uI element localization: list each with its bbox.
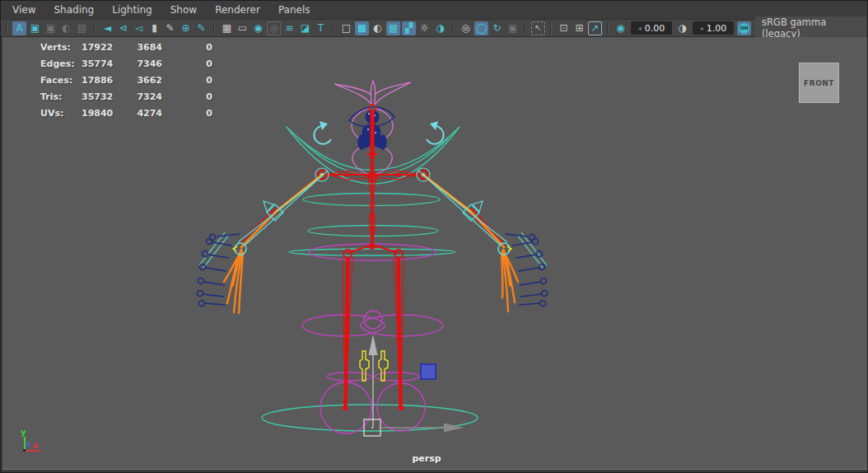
bookmark-icon[interactable]: ▮ [147, 21, 161, 35]
hud-row-value: 4274 [109, 108, 162, 119]
safe-action-icon[interactable]: ◪ [298, 21, 312, 35]
field-chart-icon[interactable]: ≡ [282, 21, 296, 35]
motion-blur-icon[interactable]: ◯ [474, 21, 488, 35]
finger-controls-right[interactable] [505, 234, 548, 307]
hud-row: Tris:3573273240 [40, 88, 212, 105]
ambient-occlusion-icon[interactable]: ◎ [459, 21, 473, 35]
toolbar-separator [607, 22, 609, 35]
color-management-on-toggle[interactable]: ON [737, 21, 751, 35]
hud-row: Edges:3577473460 [40, 55, 212, 72]
front-image-plane[interactable]: FRONT [799, 63, 839, 103]
hud-row-value: 3662 [109, 75, 162, 86]
camera-label: persp [402, 453, 451, 464]
wireframe-icon[interactable]: □ [339, 21, 353, 35]
isolate-add-icon[interactable]: ⊞ [572, 21, 586, 35]
textured-icon[interactable]: ▩ [386, 21, 400, 35]
plane-arrow-icon[interactable]: ↗ [588, 21, 602, 35]
grid-icon[interactable]: ▦ [220, 21, 234, 35]
gamma-field[interactable]: 1.00 [693, 21, 734, 35]
toolbar-groups: A▣▣◐▤◄⊲◅▮✎⊕✎▦▭◉◎≡◪T□■◐▩▞☼◑◎◯↻▣↖⊡⊞↗◉0.00◑… [2, 16, 866, 40]
toolbar-separator [213, 22, 215, 35]
menu-renderer[interactable]: Renderer [210, 4, 265, 16]
film-gate-icon[interactable]: ▭ [236, 21, 250, 35]
hud-row: Verts:1792236840 [40, 39, 212, 55]
exposure-field[interactable]: 0.00 [631, 21, 672, 35]
hud-row-value: 35732 [82, 91, 109, 102]
panel-toolbar: A▣▣◐▤◄⊲◅▮✎⊕✎▦▭◉◎≡◪T□■◐▩▞☼◑◎◯↻▣↖⊡⊞↗◉0.00◑… [1, 20, 867, 37]
isolate-select-icon[interactable]: ⊡ [557, 21, 571, 35]
menu-show[interactable]: Show [166, 4, 202, 16]
marquee-cursor-icon[interactable]: ↖ [531, 21, 545, 35]
resolution-gate-icon[interactable]: ◉ [251, 21, 265, 35]
front-image-plane-label: FRONT [804, 79, 834, 87]
view-transform-dropdown[interactable]: sRGB gamma (legacy) [755, 16, 866, 40]
hud-row: UVs:1984042740 [40, 105, 212, 121]
axis-x-label: x [33, 441, 39, 450]
hud-stats: Verts:1792236840Edges:3577473460Faces:17… [40, 39, 212, 121]
lightbulb-icon[interactable]: ☼ [418, 21, 432, 35]
toolbar-separator [333, 22, 334, 35]
translate-manipulator[interactable] [364, 335, 464, 436]
lock-camera-icon[interactable]: ⊲ [116, 21, 130, 35]
hud-row-label: Verts: [40, 42, 82, 53]
hud-row-value: 0 [162, 91, 212, 102]
use-all-lights-icon[interactable]: ▞ [402, 21, 416, 35]
safe-title-icon[interactable]: T [314, 21, 328, 35]
hud-row-value: 35774 [82, 59, 109, 69]
hud-row-value: 19840 [82, 108, 109, 119]
maya-viewport-panel: ViewShadingLightingShowRendererPanels A▣… [0, 0, 868, 473]
backface-shading-icon[interactable]: ◐ [59, 21, 73, 35]
depth-peeling-icon[interactable]: ▣ [506, 21, 520, 35]
anti-alias-icon[interactable]: ↻ [490, 21, 504, 35]
camera-attributes-icon[interactable]: ◅ [132, 21, 146, 35]
hud-row-label: Edges: [40, 59, 82, 69]
hud-row-value: 0 [162, 59, 212, 69]
hud-row: Faces:1788636620 [40, 72, 212, 88]
menubar-items: ViewShadingLightingShowRendererPanels [7, 4, 324, 16]
finger-controls-left[interactable] [198, 234, 240, 307]
hud-row-value: 0 [162, 75, 212, 86]
select-highlight-icon[interactable]: ▣ [28, 21, 42, 35]
hud-row-value: 17922 [82, 42, 109, 53]
pole-vector-controls[interactable] [360, 351, 388, 381]
hud-row-label: Tris: [40, 91, 82, 102]
rotate-control-left[interactable] [314, 121, 331, 144]
menu-lighting[interactable]: Lighting [107, 4, 157, 16]
select-highlight-all-icon[interactable]: ▣ [44, 21, 58, 35]
smooth-shade-icon[interactable]: ■ [355, 21, 369, 35]
select-camera-icon[interactable]: ◄ [100, 21, 114, 35]
hud-row-label: UVs: [40, 108, 82, 119]
contrast-icon[interactable]: ◑ [675, 21, 689, 35]
on-toggle-circle: ON [739, 23, 749, 34]
hud-row-value: 7346 [109, 59, 162, 69]
hud-row-value: 7324 [109, 91, 162, 102]
toolbar-separator [525, 22, 526, 35]
hud-row-label: Faces: [40, 75, 82, 86]
shadows-icon[interactable]: ◑ [433, 21, 447, 35]
zoom-pan-icon[interactable]: ⊕ [179, 21, 193, 35]
menu-shading[interactable]: Shading [49, 4, 99, 16]
skeleton[interactable] [239, 105, 506, 410]
axis-z-label: z [26, 441, 30, 448]
toolbar-separator [94, 22, 96, 35]
hud-row-value: 17886 [82, 75, 109, 86]
axis-indicator: y x z [21, 428, 40, 452]
hud-row-value: 3684 [109, 42, 162, 53]
letter-a-icon[interactable]: A [12, 21, 26, 35]
toolbar-separator [6, 22, 7, 35]
menu-view[interactable]: View [7, 4, 40, 16]
axis-y-label: y [21, 428, 26, 437]
toolbar-separator [452, 22, 454, 35]
image-planes-icon[interactable]: ▤ [75, 21, 89, 35]
exposure-icon[interactable]: ◉ [614, 21, 628, 35]
gate-mask-icon[interactable]: ◎ [267, 21, 281, 35]
hud-row-value: 0 [162, 42, 212, 53]
half-shade-icon[interactable]: ◐ [371, 21, 385, 35]
viewport-3d[interactable]: y x z Verts:1792236840Edges:3577473460Fa… [2, 37, 867, 470]
selected-box-control[interactable] [421, 364, 436, 379]
rotate-control-right[interactable] [427, 121, 444, 144]
pencil-icon[interactable]: ✎ [194, 21, 208, 35]
menu-panels[interactable]: Panels [273, 4, 315, 16]
hud-row-value: 0 [162, 108, 212, 119]
grease-pencil-icon[interactable]: ✎ [163, 21, 177, 35]
